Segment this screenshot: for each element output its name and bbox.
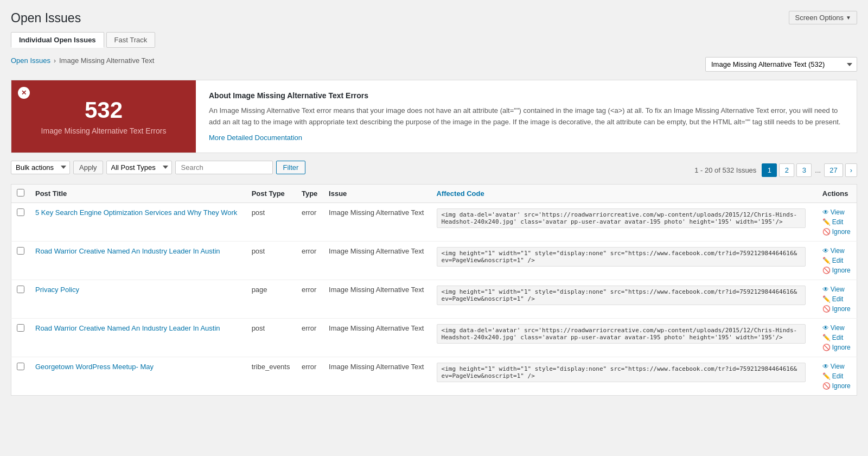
edit-icon: ✏️ xyxy=(822,218,831,226)
apply-button[interactable]: Apply xyxy=(73,161,103,174)
issue-4: Image Missing Alternative Text xyxy=(323,357,431,395)
about-title: About Image Missing Alternative Text Err… xyxy=(209,91,844,100)
post-title-header: Post Title xyxy=(30,184,246,202)
edit-link-4[interactable]: ✏️ Edit xyxy=(822,372,851,380)
search-input[interactable] xyxy=(175,161,273,174)
issue-2: Image Missing Alternative Text xyxy=(323,280,431,318)
ignore-link-1[interactable]: 🚫 Ignore xyxy=(822,267,851,274)
ignore-link-3[interactable]: 🚫 Ignore xyxy=(822,344,851,351)
chevron-down-icon: ▼ xyxy=(846,15,851,21)
view-link-0[interactable]: 👁 View xyxy=(822,208,851,216)
actions-cell-2: 👁 View ✏️ Edit 🚫 Ignore xyxy=(822,286,851,313)
edit-link-2[interactable]: ✏️ Edit xyxy=(822,295,851,303)
actions-cell-1: 👁 View ✏️ Edit 🚫 Ignore xyxy=(822,247,851,274)
error-card: 532 Image Missing Alternative Text Error… xyxy=(11,80,196,153)
post-title-link-1[interactable]: Road Warrior Creative Named An Industry … xyxy=(35,247,220,255)
issues-table: Post Title Post Type Type Issue Affected… xyxy=(11,184,857,396)
actions-cell-4: 👁 View ✏️ Edit 🚫 Ignore xyxy=(822,363,851,390)
tab-fast-track[interactable]: Fast Track xyxy=(106,32,156,48)
post-type-header: Post Type xyxy=(246,184,296,202)
screen-options-label: Screen Options xyxy=(795,14,844,22)
ignore-icon: 🚫 xyxy=(822,305,831,313)
affected-code-1: <img height="1" width="1" style="display… xyxy=(437,247,806,267)
toolbar-row: Bulk actions Apply All Post Types Filter… xyxy=(11,161,857,180)
table-row: 5 Key Search Engine Optimization Service… xyxy=(11,202,857,241)
row-checkbox-2[interactable] xyxy=(17,286,24,293)
info-section: 532 Image Missing Alternative Text Error… xyxy=(11,80,857,153)
view-link-1[interactable]: 👁 View xyxy=(822,247,851,255)
issue-dropdown[interactable]: Image Missing Alternative Text (532) xyxy=(705,57,857,72)
actions-cell-0: 👁 View ✏️ Edit 🚫 Ignore xyxy=(822,208,851,236)
eye-icon: 👁 xyxy=(822,208,829,216)
table-row: Road Warrior Creative Named An Industry … xyxy=(11,241,857,280)
page-last-button[interactable]: 27 xyxy=(824,163,843,177)
post-title-link-3[interactable]: Road Warrior Creative Named An Industry … xyxy=(35,324,220,332)
eye-icon: 👁 xyxy=(822,247,829,255)
ignore-link-2[interactable]: 🚫 Ignore xyxy=(822,305,851,313)
issue-1: Image Missing Alternative Text xyxy=(323,241,431,280)
affected-code-2: <img height="1" width="1" style="display… xyxy=(437,286,806,305)
view-link-4[interactable]: 👁 View xyxy=(822,363,851,370)
type-0: error xyxy=(296,202,323,241)
row-checkbox-0[interactable] xyxy=(17,208,24,216)
affected-code-4: <img height="1" width="1" style="display… xyxy=(437,363,806,382)
error-label: Image Missing Alternative Text Errors xyxy=(41,126,167,135)
select-all-checkbox[interactable] xyxy=(17,189,24,197)
edit-link-0[interactable]: ✏️ Edit xyxy=(822,218,851,226)
toolbar: Bulk actions Apply All Post Types Filter xyxy=(11,161,305,174)
ignore-icon: 🚫 xyxy=(822,382,831,390)
pagination-dots: ... xyxy=(814,166,822,174)
type-3: error xyxy=(296,318,323,357)
select-all-header xyxy=(11,184,30,202)
view-link-3[interactable]: 👁 View xyxy=(822,324,851,332)
post-title-link-2[interactable]: Privacy Policy xyxy=(35,286,79,294)
post-title-link-4[interactable]: Georgetown WordPress Meetup- May xyxy=(35,363,154,371)
post-type-4: tribe_events xyxy=(246,357,296,395)
page-3-button[interactable]: 3 xyxy=(796,163,812,177)
post-type-3: post xyxy=(246,318,296,357)
actions-cell-3: 👁 View ✏️ Edit 🚫 Ignore xyxy=(822,324,851,351)
eye-icon: 👁 xyxy=(822,363,829,370)
post-title-link-0[interactable]: 5 Key Search Engine Optimization Service… xyxy=(35,208,237,217)
view-link-2[interactable]: 👁 View xyxy=(822,286,851,293)
issue-3: Image Missing Alternative Text xyxy=(323,318,431,357)
row-checkbox-1[interactable] xyxy=(17,247,24,255)
post-type-2: page xyxy=(246,280,296,318)
issue-header: Issue xyxy=(323,184,431,202)
post-type-0: post xyxy=(246,202,296,241)
edit-link-3[interactable]: ✏️ Edit xyxy=(822,334,851,341)
ignore-link-0[interactable]: 🚫 Ignore xyxy=(822,228,851,236)
edit-icon: ✏️ xyxy=(822,257,831,264)
pagination-info: 1 - 20 of 532 Issues xyxy=(694,166,756,174)
page-1-button[interactable]: 1 xyxy=(762,163,777,177)
row-checkbox-4[interactable] xyxy=(17,363,24,370)
type-2: error xyxy=(296,280,323,318)
ignore-icon: 🚫 xyxy=(822,228,831,236)
breadcrumb-link[interactable]: Open Issues xyxy=(11,56,50,65)
affected-code-header: Affected Code xyxy=(431,184,817,202)
edit-link-1[interactable]: ✏️ Edit xyxy=(822,257,851,264)
ignore-link-4[interactable]: 🚫 Ignore xyxy=(822,382,851,390)
eye-icon: 👁 xyxy=(822,324,829,332)
error-count: 532 xyxy=(85,97,123,123)
filter-button[interactable]: Filter xyxy=(276,161,306,174)
type-1: error xyxy=(296,241,323,280)
more-documentation-link[interactable]: More Detailed Documentation xyxy=(209,134,302,142)
ignore-icon: 🚫 xyxy=(822,344,831,351)
breadcrumb-current: Image Missing Alternative Text xyxy=(59,56,154,65)
breadcrumb-separator: › xyxy=(54,57,56,65)
page-next-button[interactable]: › xyxy=(845,163,857,177)
about-section: About Image Missing Alternative Text Err… xyxy=(196,80,857,153)
page-2-button[interactable]: 2 xyxy=(779,163,794,177)
affected-code-0: <img data-del='avatar' src='https://road… xyxy=(437,208,806,228)
screen-options-button[interactable]: Screen Options ▼ xyxy=(789,11,857,24)
bulk-actions-select[interactable]: Bulk actions xyxy=(11,161,70,174)
ignore-icon: 🚫 xyxy=(822,267,831,274)
edit-icon: ✏️ xyxy=(822,334,831,341)
table-row: Privacy Policy page error Image Missing … xyxy=(11,280,857,318)
tab-individual-open-issues[interactable]: Individual Open Issues xyxy=(11,32,104,48)
row-checkbox-3[interactable] xyxy=(17,324,24,332)
post-type-1: post xyxy=(246,241,296,280)
post-types-select[interactable]: All Post Types xyxy=(106,161,172,174)
table-row: Georgetown WordPress Meetup- May tribe_e… xyxy=(11,357,857,395)
